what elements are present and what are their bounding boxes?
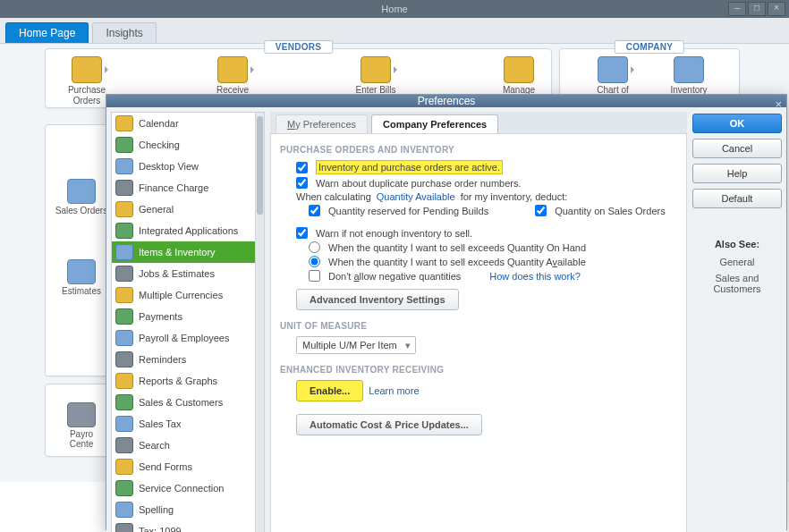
flow-chart-of-accounts[interactable]: Chart of (582, 56, 643, 96)
category-general[interactable]: General (112, 198, 264, 220)
tab-company-preferences[interactable]: Company Preferences (371, 114, 498, 133)
flow-enter-bills[interactable]: Enter Bills (345, 56, 406, 96)
section-purchase-orders: PURCHASE ORDERS AND INVENTORY (280, 145, 677, 155)
button-advanced-inventory-settings[interactable]: Advanced Inventory Settings (296, 289, 459, 310)
category-icon (115, 480, 133, 496)
checkbox-on-sales-orders[interactable] (535, 205, 547, 216)
category-items-inventory[interactable]: Items & Inventory (112, 241, 264, 263)
also-see-section: Also See: General Sales and Customers (692, 239, 782, 300)
category-icon (115, 459, 133, 475)
category-payments[interactable]: Payments (112, 306, 264, 327)
category-integrated-applications[interactable]: Integrated Applications (112, 220, 264, 241)
category-search[interactable]: Search (112, 435, 264, 456)
category-label: Desktop View (139, 161, 199, 172)
link-how-does-this-work[interactable]: How does this work? (489, 271, 581, 282)
category-desktop-view[interactable]: Desktop View (112, 156, 264, 177)
category-icon (115, 115, 133, 131)
dialog-right-column: OK Cancel Help Default Also See: General… (692, 112, 782, 532)
company-label: COMPANY (615, 40, 684, 54)
category-icon (115, 437, 133, 453)
category-icon (115, 266, 133, 282)
tab-my-preferences[interactable]: My Preferences (276, 114, 368, 133)
radio-exceeds-on-hand[interactable] (309, 241, 320, 253)
tab-insights[interactable]: Insights (92, 22, 156, 43)
category-label: General (139, 204, 174, 215)
preferences-dialog: Preferences × CalendarCheckingDesktop Vi… (106, 94, 787, 530)
category-label: Send Forms (139, 461, 192, 472)
category-payroll-employees[interactable]: Payroll & Employees (112, 327, 264, 349)
window-minimize-button[interactable]: – (728, 2, 746, 16)
category-label: Spelling (139, 504, 174, 515)
category-label: Jobs & Estimates (139, 268, 215, 279)
flow-payroll-center[interactable]: Payro Cente (55, 402, 108, 449)
flow-manage[interactable]: Manage (488, 56, 549, 96)
radio-exceeds-available[interactable] (309, 256, 320, 267)
category-reminders[interactable]: Reminders (112, 349, 264, 370)
button-enable-eir[interactable]: Enable... (296, 380, 363, 401)
category-scrollbar[interactable] (255, 113, 264, 532)
category-icon (115, 416, 133, 432)
also-see-general[interactable]: General (692, 257, 782, 267)
link-learn-more[interactable]: Learn more (369, 385, 419, 396)
chart-of-accounts-icon (598, 56, 628, 83)
button-help[interactable]: Help (692, 164, 782, 183)
preference-tabs: My Preferences Company Preferences (270, 112, 687, 134)
category-label: Service Connection (139, 483, 224, 494)
flow-sales-orders[interactable]: Sales Orders (55, 179, 108, 215)
category-calendar[interactable]: Calendar (112, 113, 264, 134)
checkbox-inventory-active[interactable] (296, 162, 308, 173)
category-sales-customers[interactable]: Sales & Customers (112, 392, 264, 413)
scrollbar-thumb[interactable] (257, 116, 263, 215)
checkbox-warn-not-enough[interactable] (296, 227, 308, 239)
category-icon (115, 523, 133, 532)
category-tax-1099[interactable]: Tax: 1099 (112, 520, 264, 532)
category-finance-charge[interactable]: Finance Charge (112, 177, 264, 198)
select-unit-of-measure[interactable]: Multiple U/M Per Item (296, 336, 416, 354)
category-icon (115, 244, 133, 260)
category-sales-tax[interactable]: Sales Tax (112, 413, 264, 435)
button-auto-cost-price-updates[interactable]: Automatic Cost & Price Updates... (296, 414, 482, 435)
category-checking[interactable]: Checking (112, 134, 264, 156)
button-default[interactable]: Default (692, 189, 782, 208)
button-ok[interactable]: OK (692, 114, 782, 133)
flow-estimates[interactable]: Estimates (55, 259, 108, 296)
estimates-icon (67, 259, 96, 284)
checkbox-warn-dup-po[interactable] (296, 177, 308, 189)
button-cancel[interactable]: Cancel (692, 139, 782, 158)
checkbox-no-negative-qty[interactable] (309, 270, 320, 282)
link-quantity-available[interactable]: Quantity Available (377, 191, 455, 202)
category-list: CalendarCheckingDesktop ViewFinance Char… (111, 112, 265, 532)
category-multiple-currencies[interactable]: Multiple Currencies (112, 284, 264, 306)
category-reports-graphs[interactable]: Reports & Graphs (112, 370, 264, 392)
purchase-orders-icon (72, 56, 102, 83)
category-icon (115, 394, 133, 410)
category-spelling[interactable]: Spelling (112, 499, 264, 520)
category-service-connection[interactable]: Service Connection (112, 477, 264, 499)
category-label: Integrated Applications (139, 225, 238, 236)
category-label: Search (139, 440, 170, 451)
window-maximize-button[interactable]: □ (748, 2, 766, 16)
flow-receive[interactable]: Receive (202, 56, 263, 96)
dialog-close-button[interactable]: × (775, 97, 782, 111)
preference-body: PURCHASE ORDERS AND INVENTORY Inventory … (270, 134, 687, 532)
category-label: Tax: 1099 (139, 526, 182, 532)
also-see-sales-customers[interactable]: Sales and Customers (692, 273, 782, 294)
category-label: Items & Inventory (139, 247, 216, 258)
category-label: Payroll & Employees (139, 333, 230, 343)
label-warn-dup-po: Warn about duplicate purchase order numb… (316, 178, 522, 189)
category-label: Checking (139, 139, 180, 150)
window-close-button[interactable]: × (768, 2, 785, 16)
category-icon (115, 201, 133, 217)
checkbox-pending-builds[interactable] (309, 205, 320, 216)
tab-home-page[interactable]: Home Page (5, 22, 89, 43)
category-label: Reports & Graphs (139, 376, 217, 386)
inventory-icon (674, 56, 704, 83)
category-icon (115, 373, 133, 389)
dialog-titlebar: Preferences × (106, 95, 786, 107)
main-window-title: Home (381, 4, 407, 14)
flow-inventory[interactable]: Inventory (658, 56, 719, 96)
category-send-forms[interactable]: Send Forms (112, 456, 264, 477)
category-jobs-estimates[interactable]: Jobs & Estimates (112, 263, 264, 284)
category-label: Multiple Currencies (139, 290, 223, 300)
sales-orders-icon (67, 179, 96, 204)
